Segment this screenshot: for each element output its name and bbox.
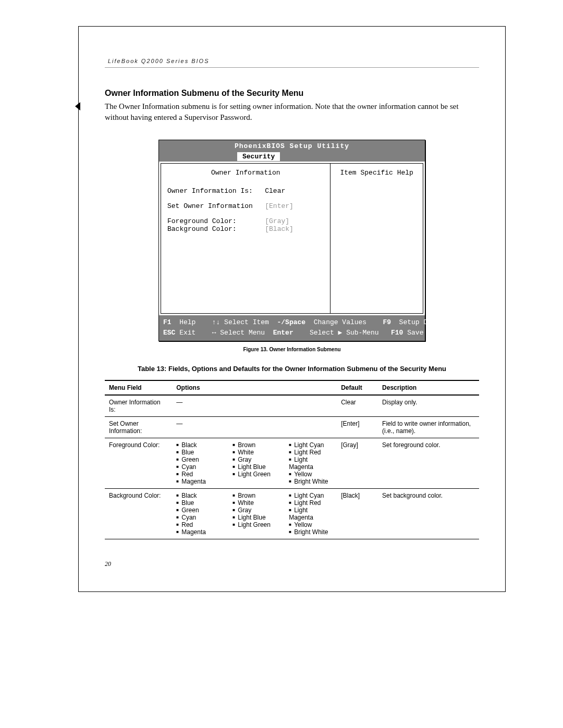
cell-description: Display only. — [378, 395, 479, 417]
option-item: Blue — [176, 449, 220, 456]
option-item: Gray — [232, 507, 276, 514]
cell-options: BlackBlueGreenCyanRedMagentaBrownWhiteGr… — [172, 438, 337, 489]
bios-menubar: Security — [159, 152, 425, 162]
bios-row-bg-color: Background Color: [Black] — [167, 225, 324, 233]
cell-default: Clear — [337, 395, 378, 417]
cell-default: [Enter] — [337, 417, 378, 438]
option-item: Light Green — [232, 471, 276, 478]
bios-figure: PhoenixBIOS Setup Utility Security Owner… — [105, 140, 479, 341]
option-item: Cyan — [176, 463, 220, 471]
table-row: Foreground Color:BlackBlueGreenCyanRedMa… — [105, 438, 479, 489]
option-item: White — [232, 449, 276, 456]
page-number: 20 — [105, 560, 479, 568]
bios-row-fg-color: Foreground Color: [Gray] — [167, 217, 324, 225]
option-item: Bright White — [289, 478, 333, 485]
option-item: Light Green — [232, 521, 276, 528]
option-item: Light Blue — [232, 514, 276, 521]
cell-menu-field: Foreground Color: — [105, 438, 172, 489]
cell-default: [Black] — [337, 489, 378, 539]
th-default: Default — [337, 380, 378, 395]
option-item: White — [232, 499, 276, 507]
cell-description: Set background color. — [378, 489, 479, 539]
intro-paragraph: The Owner Information submenu is for set… — [105, 101, 479, 123]
table-caption: Table 13: Fields, Options and Defaults f… — [105, 365, 479, 373]
bios-help-panel: Item Specific Help — [331, 163, 423, 314]
cell-menu-field: Background Color: — [105, 489, 172, 539]
option-item: Cyan — [176, 514, 220, 521]
bios-row-owner-info-is: Owner Information Is: Clear — [167, 187, 324, 195]
option-item: Brown — [232, 492, 276, 499]
option-item: Green — [176, 456, 220, 463]
document-page: LifeBook Q2000 Series BIOS Owner Informa… — [78, 26, 506, 592]
option-item: Light Red — [289, 499, 333, 507]
option-item: Green — [176, 507, 220, 514]
option-item: Yellow — [289, 521, 333, 528]
cell-description: Field to write owner informa­tion, (i.e.… — [378, 417, 479, 438]
option-item: Light Blue — [232, 463, 276, 471]
option-item: Blue — [176, 499, 220, 507]
header-rule — [105, 67, 479, 68]
cell-description: Set foreground color. — [378, 438, 479, 489]
option-item: Brown — [232, 441, 276, 449]
bios-help-title: Item Specific Help — [335, 169, 419, 177]
running-head: LifeBook Q2000 Series BIOS — [108, 58, 479, 64]
cell-options: BlackBlueGreenCyanRedMagentaBrownWhiteGr… — [172, 489, 337, 539]
option-item: Magenta — [176, 528, 220, 536]
option-item: Black — [176, 492, 220, 499]
bios-row-set-owner-info: Set Owner Information [Enter] — [167, 202, 324, 210]
table-row: Set Owner Information:—[Enter]Field to w… — [105, 417, 479, 438]
options-table: Menu Field Options Default Description O… — [105, 380, 479, 539]
th-description: Description — [378, 380, 479, 395]
option-item: Gray — [232, 456, 276, 463]
option-item: Light Cyan — [289, 492, 333, 499]
cell-menu-field: Owner Information Is: — [105, 395, 172, 417]
cell-options: — — [172, 417, 337, 438]
section-heading: Owner Information Submenu of the Securit… — [105, 89, 479, 98]
bios-active-tab: Security — [237, 152, 280, 161]
table-row: Owner Information Is:—ClearDisplay only. — [105, 395, 479, 417]
table-header-row: Menu Field Options Default Description — [105, 380, 479, 395]
th-menu-field: Menu Field — [105, 380, 172, 395]
option-item: Magenta — [176, 478, 220, 485]
crop-mark — [75, 102, 80, 110]
option-item: Light Magenta — [289, 456, 333, 471]
cell-options: — — [172, 395, 337, 417]
option-item: Yellow — [289, 471, 333, 478]
option-item: Light Cyan — [289, 441, 333, 449]
bios-window: PhoenixBIOS Setup Utility Security Owner… — [158, 140, 425, 341]
option-item: Red — [176, 471, 220, 478]
table-row: Background Color:BlackBlueGreenCyanRedMa… — [105, 489, 479, 539]
bios-title: PhoenixBIOS Setup Utility — [159, 140, 425, 152]
cell-default: [Gray] — [337, 438, 378, 489]
cell-menu-field: Set Owner Information: — [105, 417, 172, 438]
option-item: Bright White — [289, 528, 333, 536]
option-item: Red — [176, 521, 220, 528]
option-item: Light Red — [289, 449, 333, 456]
bios-left-title: Owner Information — [167, 169, 324, 177]
th-options: Options — [172, 380, 337, 395]
option-item: Light Magenta — [289, 507, 333, 521]
figure-caption: Figure 13. Owner Information Submenu — [105, 347, 479, 352]
option-item: Black — [176, 441, 220, 449]
bios-left-panel: Owner Information Owner Information Is: … — [161, 163, 331, 314]
bios-footer: F1 Help ↑↓ Select Item -/Space Change Va… — [159, 315, 425, 341]
